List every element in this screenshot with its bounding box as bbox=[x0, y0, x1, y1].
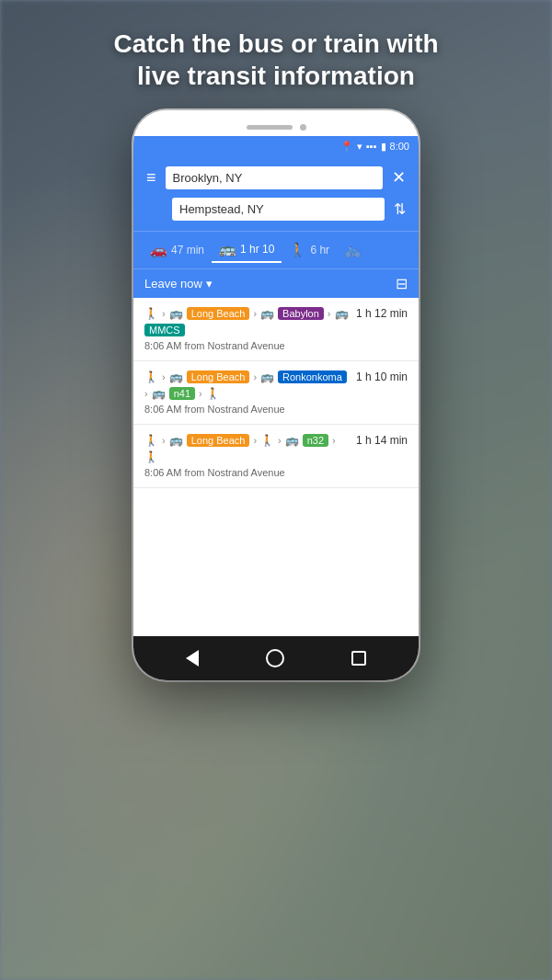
route-time: 1 h 14 min bbox=[356, 434, 408, 447]
walk-icon: 🚶 bbox=[144, 434, 158, 447]
back-icon bbox=[186, 650, 199, 667]
destination-row: Hempstead, NY ⇅ bbox=[172, 197, 409, 222]
close-icon[interactable]: ✕ bbox=[388, 164, 409, 191]
route-badge-n32: n32 bbox=[303, 434, 328, 447]
arrow-icon: › bbox=[162, 308, 166, 319]
route-badge-mmcs: MMCS bbox=[144, 324, 185, 336]
arrow-icon: › bbox=[332, 435, 336, 446]
route-row-2: 🚶 › 🚌 Long Beach › 🚌 Ronkonkoma 1 h 10 m… bbox=[144, 370, 408, 383]
destination-input[interactable]: Hempstead, NY bbox=[172, 198, 385, 221]
battery-icon: ▮ bbox=[381, 141, 386, 153]
transit-icon: 🚌 bbox=[152, 387, 166, 400]
phone-camera bbox=[300, 124, 306, 131]
transit-icon: 🚌 bbox=[169, 434, 183, 447]
walk-icon: 🚶 bbox=[260, 434, 274, 447]
arrow-icon: › bbox=[253, 371, 257, 382]
phone-nav-bar bbox=[133, 636, 419, 680]
car-icon: 🚗 bbox=[150, 242, 167, 258]
hero-line1: Catch the bus or train with bbox=[28, 28, 524, 60]
status-icons: 📍 ▾ ▪▪▪ ▮ 8:00 bbox=[340, 141, 409, 153]
swap-icon[interactable]: ⇅ bbox=[390, 197, 409, 222]
chevron-down-icon: ▾ bbox=[206, 277, 213, 291]
recents-icon bbox=[351, 651, 366, 666]
arrow-icon: › bbox=[253, 435, 257, 446]
route-row-3: 🚶 › 🚌 Long Beach › 🚶 › 🚌 n32 › 1 h 14 mi… bbox=[144, 434, 408, 447]
back-button[interactable] bbox=[178, 643, 206, 674]
screen-content: 📍 ▾ ▪▪▪ ▮ 8:00 ≡ Brooklyn, NY ✕ Hempstea… bbox=[133, 136, 419, 680]
recents-button[interactable] bbox=[344, 644, 374, 673]
origin-row: ≡ Brooklyn, NY ✕ bbox=[143, 164, 409, 191]
arrow-icon: › bbox=[278, 435, 282, 446]
transit-icon: 🚌 bbox=[260, 307, 274, 320]
routes-list[interactable]: 🚶 › 🚌 Long Beach › 🚌 Babylon › 🚌 1 h 12 … bbox=[133, 298, 419, 636]
route-badge-babylon: Babylon bbox=[278, 307, 324, 320]
hero-text: Catch the bus or train with live transit… bbox=[0, 28, 552, 92]
route-detail: 8:06 AM from Nostrand Avenue bbox=[144, 467, 408, 478]
route-badge-ronkonkoma: Ronkonkoma bbox=[278, 370, 347, 383]
mode-transit[interactable]: 🚌 1 hr 10 bbox=[212, 237, 282, 263]
maps-header: ≡ Brooklyn, NY ✕ Hempstead, NY ⇅ bbox=[133, 156, 419, 231]
transit-icon: 🚌 bbox=[260, 370, 274, 383]
transit-icon: 🚌 bbox=[219, 241, 236, 257]
route-row-1b: MMCS bbox=[144, 324, 408, 336]
transit-icon: 🚌 bbox=[169, 370, 183, 383]
status-bar: 📍 ▾ ▪▪▪ ▮ 8:00 bbox=[133, 136, 419, 156]
arrow-icon: › bbox=[162, 435, 166, 446]
route-row-1: 🚶 › 🚌 Long Beach › 🚌 Babylon › 🚌 1 h 12 … bbox=[144, 307, 408, 320]
walk-icon: 🚶 bbox=[144, 307, 158, 320]
filter-icon[interactable]: ⊟ bbox=[396, 275, 408, 292]
route-badge-longbeach: Long Beach bbox=[187, 434, 250, 447]
phone-device: 📍 ▾ ▪▪▪ ▮ 8:00 ≡ Brooklyn, NY ✕ Hempstea… bbox=[133, 110, 419, 680]
route-time: 1 h 10 min bbox=[356, 370, 408, 383]
location-icon: 📍 bbox=[340, 141, 353, 153]
origin-input[interactable]: Brooklyn, NY bbox=[166, 166, 383, 189]
transit-icon: 🚌 bbox=[285, 434, 299, 447]
mode-walk[interactable]: 🚶 6 hr bbox=[282, 238, 337, 262]
bike-icon: 🚲 bbox=[344, 242, 362, 258]
mode-car[interactable]: 🚗 47 min bbox=[143, 238, 212, 262]
hamburger-icon[interactable]: ≡ bbox=[143, 165, 160, 191]
route-row-3b: 🚶 bbox=[144, 450, 408, 463]
phone-speaker bbox=[247, 125, 293, 130]
route-row-2b: › 🚌 n41 › 🚶 bbox=[144, 387, 408, 400]
route-time: 1 h 12 min bbox=[356, 307, 408, 320]
home-icon bbox=[266, 649, 284, 667]
walk-icon: 🚶 bbox=[206, 387, 220, 400]
hero-line2: live transit information bbox=[28, 60, 524, 92]
transit-icon: 🚌 bbox=[169, 307, 183, 320]
mode-bike[interactable]: 🚲 bbox=[337, 238, 369, 262]
walk-icon: 🚶 bbox=[144, 370, 158, 383]
wifi-icon: ▾ bbox=[357, 141, 362, 153]
signal-icon: ▪▪▪ bbox=[366, 141, 377, 152]
time-display: 8:00 bbox=[390, 141, 409, 152]
route-badge-n41: n41 bbox=[169, 387, 195, 400]
route-detail: 8:06 AM from Nostrand Avenue bbox=[144, 404, 408, 415]
leave-now-button[interactable]: Leave now ▾ bbox=[144, 277, 213, 291]
transport-modes: 🚗 47 min 🚌 1 hr 10 🚶 6 hr 🚲 bbox=[133, 231, 419, 268]
arrow-icon: › bbox=[328, 308, 331, 319]
route-item[interactable]: 🚶 › 🚌 Long Beach › 🚌 Ronkonkoma 1 h 10 m… bbox=[133, 361, 419, 425]
walk-icon: 🚶 bbox=[144, 450, 158, 463]
route-detail: 8:06 AM from Nostrand Avenue bbox=[144, 340, 408, 351]
home-button[interactable] bbox=[259, 642, 292, 675]
route-item[interactable]: 🚶 › 🚌 Long Beach › 🚶 › 🚌 n32 › 1 h 14 mi… bbox=[133, 425, 419, 488]
transit-icon: 🚌 bbox=[335, 307, 349, 320]
route-badge-longbeach: Long Beach bbox=[187, 370, 250, 383]
route-item[interactable]: 🚶 › 🚌 Long Beach › 🚌 Babylon › 🚌 1 h 12 … bbox=[133, 298, 419, 361]
arrow-icon: › bbox=[199, 388, 202, 399]
phone-top-bar bbox=[133, 110, 419, 136]
walk-icon: 🚶 bbox=[289, 242, 306, 258]
arrow-icon: › bbox=[162, 371, 166, 382]
route-badge-longbeach: Long Beach bbox=[187, 307, 250, 320]
arrow-icon: › bbox=[253, 308, 257, 319]
leave-now-bar: Leave now ▾ ⊟ bbox=[133, 268, 419, 298]
arrow-icon: › bbox=[144, 388, 148, 399]
